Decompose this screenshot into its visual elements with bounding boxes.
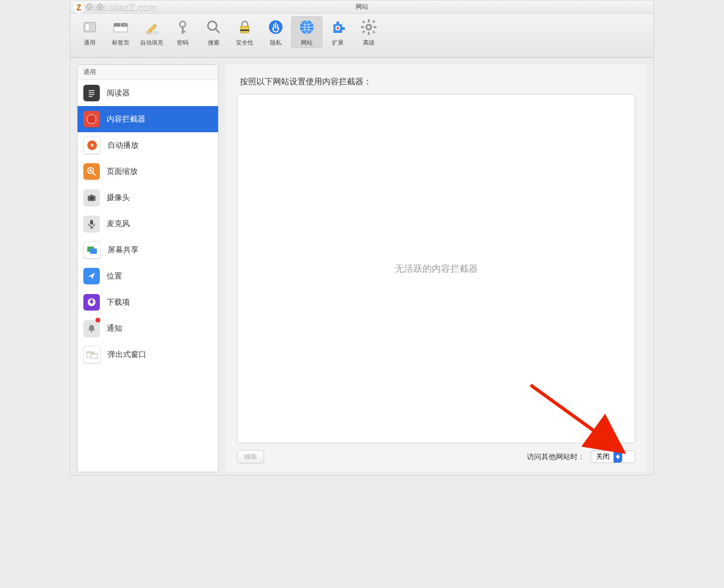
screens-icon (83, 241, 101, 259)
hand-icon (267, 18, 284, 36)
toolbar-tab-label: 隐私 (270, 39, 282, 47)
toolbar-tab-extensions[interactable]: 扩展 (322, 16, 353, 48)
svg-marker-7 (148, 24, 157, 33)
bottom-row: 移除 访问其他网站时： 关闭 (237, 450, 635, 464)
sidebar-item-notifications[interactable]: 通知 (78, 315, 218, 341)
windows-icon (83, 346, 101, 363)
toolbar-tab-autofill[interactable]: 自动填充 (136, 16, 167, 48)
toolbar-tab-search[interactable]: 搜索 (198, 16, 229, 48)
empty-list-text: 无活跃的内容拦截器 (395, 263, 478, 275)
svg-point-55 (87, 352, 88, 353)
svg-point-42 (90, 197, 94, 200)
sidebar-item-microphone[interactable]: 麦克风 (78, 211, 218, 237)
notification-badge-icon (95, 317, 101, 323)
websites-list[interactable]: 无活跃的内容拦截器 (237, 94, 635, 443)
svg-rect-26 (372, 31, 375, 33)
sidebar-item-label: 屏幕共享 (108, 245, 139, 255)
microphone-icon (83, 216, 100, 232)
toolbar-tab-label: 网站 (301, 39, 313, 47)
svg-rect-11 (182, 31, 186, 32)
svg-point-62 (93, 354, 94, 355)
svg-rect-22 (368, 32, 370, 35)
svg-point-29 (367, 26, 370, 29)
camera-icon (83, 189, 100, 206)
location-icon (83, 268, 100, 284)
sidebar-item-label: 页面缩放 (107, 167, 138, 177)
play-icon (83, 137, 101, 154)
toolbar-tab-security[interactable]: 安全性 (229, 16, 260, 48)
svg-point-61 (92, 354, 93, 355)
svg-point-60 (91, 354, 92, 355)
svg-rect-10 (182, 26, 184, 34)
sidebar-item-autoplay[interactable]: 自动播放 (78, 132, 218, 158)
stopsign-icon (83, 111, 100, 127)
svg-line-38 (93, 172, 95, 175)
sidebar-item-popups[interactable]: 弹出式窗口 (78, 341, 218, 368)
toolbar-tab-label: 高级 (363, 39, 375, 47)
svg-rect-43 (90, 195, 93, 196)
sidebar-item-label: 内容拦截器 (107, 114, 145, 124)
svg-rect-44 (90, 220, 93, 225)
puzzle-icon (329, 18, 346, 36)
toolbar-tab-label: 密码 (177, 39, 189, 47)
toolbar-tab-privacy[interactable]: 隐私 (260, 16, 291, 48)
svg-rect-25 (362, 20, 365, 23)
zoom-icon (83, 163, 100, 180)
svg-line-13 (216, 29, 220, 33)
svg-rect-24 (374, 26, 377, 28)
svg-rect-48 (90, 248, 97, 254)
svg-marker-49 (88, 273, 95, 279)
lock-icon (236, 18, 253, 36)
globe-icon (298, 18, 315, 36)
main-heading: 按照以下网站设置使用内容拦截器： (240, 76, 632, 87)
svg-marker-64 (616, 457, 620, 459)
toolbar-tab-advanced[interactable]: 高级 (353, 16, 384, 48)
toolbar-tab-label: 标签页 (112, 39, 129, 47)
gear-icon (360, 18, 378, 36)
svg-rect-1 (85, 24, 89, 31)
sidebar-item-downloads[interactable]: 下载项 (78, 289, 218, 315)
sidebar-item-label: 位置 (107, 271, 122, 281)
toolbar-tab-label: 通用 (84, 39, 95, 47)
key-icon (174, 18, 191, 36)
sidebar-item-camera[interactable]: 摄像头 (78, 185, 218, 211)
toolbar-tab-label: 搜索 (208, 39, 220, 47)
titlebar: 网站 (70, 0, 654, 14)
sidebar-item-location[interactable]: 位置 (78, 263, 218, 289)
sidebar-item-label: 通知 (107, 324, 122, 334)
svg-point-52 (91, 330, 93, 332)
sidebar-item-label: 摄像头 (107, 193, 130, 203)
svg-rect-28 (362, 30, 365, 33)
toolbar-tab-passwords[interactable]: 密码 (167, 16, 198, 48)
other-sites-label: 访问其他网站时： (527, 452, 585, 462)
sidebar-list: 阅读器 内容拦截器 自动播放 (78, 80, 218, 472)
settings-sidebar: 通用 阅读器 内容拦截器 (77, 64, 219, 472)
sidebar-item-content-blockers[interactable]: 内容拦截器 (78, 106, 218, 132)
toolbar-tab-tabs[interactable]: + 标签页 (105, 16, 136, 48)
svg-marker-34 (87, 115, 96, 124)
svg-point-56 (88, 352, 89, 353)
remove-button-label: 移除 (244, 452, 257, 461)
pencil-icon (143, 18, 160, 36)
svg-rect-23 (361, 26, 364, 28)
toolbar-tab-general[interactable]: 通用 (74, 16, 105, 48)
magnifier-icon (205, 18, 222, 36)
sidebar-item-label: 自动播放 (108, 140, 139, 151)
sidebar-item-reader[interactable]: 阅读器 (78, 80, 218, 106)
tabs-icon: + (112, 18, 129, 36)
toolbar-tab-websites[interactable]: 网站 (291, 16, 322, 48)
other-sites-dropdown[interactable]: 关闭 (591, 450, 635, 463)
toolbar-tab-label: 扩展 (332, 39, 344, 47)
svg-point-12 (208, 21, 217, 30)
switch-icon (81, 18, 98, 36)
main-panel: 按照以下网站设置使用内容拦截器： 无活跃的内容拦截器 移除 访问其他网站时： 关… (225, 64, 647, 472)
sidebar-item-label: 弹出式窗口 (108, 350, 146, 360)
sidebar-item-screenshare[interactable]: 屏幕共享 (78, 237, 218, 263)
remove-button[interactable]: 移除 (237, 450, 264, 464)
svg-text:+: + (124, 23, 126, 27)
reader-icon (83, 85, 100, 101)
toolbar-tab-label: 安全性 (236, 39, 253, 47)
sidebar-item-label: 下载项 (107, 297, 130, 308)
sidebar-item-zoom[interactable]: 页面缩放 (78, 158, 218, 185)
svg-rect-15 (240, 30, 249, 31)
